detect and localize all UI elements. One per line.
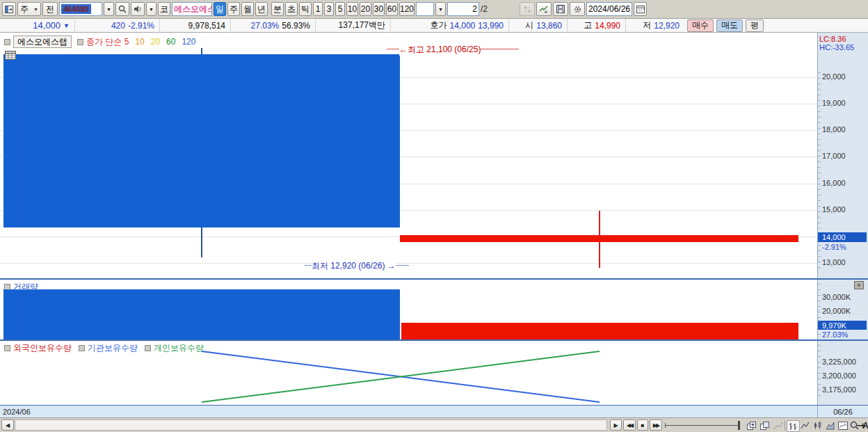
trendline-mode-button[interactable] xyxy=(772,420,784,431)
avg-button[interactable]: 평 xyxy=(746,19,764,32)
period-combo[interactable]: 주 ▼ xyxy=(17,2,41,16)
x-axis-left-label: 2024/06 xyxy=(3,408,31,416)
minute-20-button[interactable]: 20 xyxy=(360,2,371,16)
style-candle-button[interactable] xyxy=(812,420,823,431)
close-icon[interactable]: × xyxy=(854,281,864,289)
speed-slider-handle[interactable] xyxy=(738,421,740,430)
tab-monthly[interactable]: 월 xyxy=(241,2,254,16)
custom-period-combo[interactable] xyxy=(416,2,434,16)
chart-scrollbar[interactable] xyxy=(15,419,607,431)
calendar-button[interactable] xyxy=(634,2,647,16)
panel-link-icon[interactable] xyxy=(2,2,16,16)
y-label-17000: 17,000 xyxy=(822,152,846,160)
minute-30-button[interactable]: 30 xyxy=(373,2,385,16)
search-button[interactable] xyxy=(115,2,129,16)
page-input[interactable]: 2 xyxy=(447,2,479,16)
data-table-icon[interactable] xyxy=(5,51,16,60)
legend-box-icon[interactable] xyxy=(4,39,10,45)
save-button[interactable] xyxy=(553,2,568,16)
legend-foreign: 외국인보유수량 xyxy=(13,342,72,354)
minute-120-button[interactable]: 120 xyxy=(399,2,415,16)
speed-slider-track[interactable] xyxy=(665,425,739,426)
add-pane-button[interactable] xyxy=(746,420,757,431)
minute-60-button[interactable]: 60 xyxy=(386,2,398,16)
legend-box-icon[interactable] xyxy=(79,345,85,351)
sound-button[interactable] xyxy=(131,2,145,16)
style-area-button[interactable] xyxy=(824,420,836,431)
hold-label-3225000: 3,225,000 xyxy=(822,358,856,366)
high-annotation: ←최고 21,100 (06/25) xyxy=(399,44,481,56)
legend-box-icon[interactable] xyxy=(145,345,151,351)
stock-name-field: 에스오에스 xyxy=(172,2,212,16)
code-dropdown-button[interactable]: ▼ xyxy=(104,2,114,16)
volume-cell: 9,978,514 xyxy=(160,19,231,33)
merge-pane-button[interactable] xyxy=(759,420,771,431)
stop-icon: ■ xyxy=(641,422,645,429)
rewind-button[interactable]: ◀◀ xyxy=(623,419,636,431)
period-combo-value: 주 xyxy=(20,3,29,15)
tab-second[interactable]: 초 xyxy=(285,2,298,16)
play-button[interactable]: ▶ xyxy=(610,419,622,431)
buy-button[interactable]: 매수 xyxy=(687,19,714,32)
stock-code-input[interactable]: 464080 xyxy=(59,2,102,16)
ask-price: 14,000 xyxy=(450,21,476,31)
legend-ma10: 10 xyxy=(135,37,144,47)
tab-tick[interactable]: 틱 xyxy=(299,2,312,16)
chart-image-button[interactable] xyxy=(837,420,849,431)
stock-name: 에스오에스 xyxy=(174,3,212,15)
prev-stock-button[interactable]: 전 xyxy=(42,2,58,16)
legend-ma-label: 종가 단순 5 xyxy=(86,36,129,48)
fast-forward-button[interactable]: ▶▶ xyxy=(650,419,662,431)
vol-label-20000k: 20,000K xyxy=(822,307,851,315)
date-input[interactable]: 2024/06/26 xyxy=(586,2,632,16)
minute-10-button[interactable]: 10 xyxy=(346,2,358,16)
gear-icon xyxy=(573,5,582,14)
legend-individual: 개인보유수량 xyxy=(154,342,204,354)
x-axis-right-label: 06/26 xyxy=(833,408,853,416)
compare-arrows-icon xyxy=(523,6,532,13)
tab-daily[interactable]: 일 xyxy=(214,2,226,16)
speaker-icon xyxy=(134,5,142,13)
turnover-ratio: 56.93% xyxy=(282,21,310,31)
current-price-tag: 14,000 xyxy=(818,232,867,242)
tab-minute[interactable]: 분 xyxy=(271,2,284,16)
style-bar-button[interactable] xyxy=(787,420,800,432)
scroll-left-button[interactable]: ◀ xyxy=(1,419,14,431)
y-label-15000: 15,000 xyxy=(822,205,846,214)
bottom-toolbar: ◀ ▶ ◀◀ ■ ▶▶ xyxy=(0,417,868,432)
hoga-label: 호가 xyxy=(431,19,447,31)
chevron-down-icon: ▼ xyxy=(33,7,38,12)
font-size-button[interactable]: A xyxy=(862,420,868,431)
hoga-cell: 호가 14,000 13,990 xyxy=(391,19,509,33)
compare-button[interactable] xyxy=(520,2,535,16)
kor-code-button[interactable]: 코 xyxy=(158,2,170,16)
holdings-axis-ticks xyxy=(818,345,821,401)
tab-weekly[interactable]: 주 xyxy=(227,2,240,16)
legend-box-icon[interactable] xyxy=(4,345,10,351)
minute-1-button[interactable]: 1 xyxy=(313,2,323,16)
style-line-button[interactable] xyxy=(799,420,811,431)
stop-button[interactable]: ■ xyxy=(637,419,648,431)
y-label-19000: 19,000 xyxy=(822,99,846,107)
custom-period-dropdown[interactable]: ▼ xyxy=(435,2,446,16)
legend-stock-name[interactable]: 에스오에스랩 xyxy=(13,35,72,48)
chevron-down-icon: ▼ xyxy=(149,7,154,12)
sound-dropdown-button[interactable]: ▼ xyxy=(146,2,156,16)
settings-button[interactable] xyxy=(570,2,585,16)
minute-3-button[interactable]: 3 xyxy=(324,2,334,16)
current-price-cell: 14,000 ▼ xyxy=(0,19,75,33)
chevron-down-icon: ▼ xyxy=(438,7,443,12)
vol-label-30000k: 30,000K xyxy=(822,293,851,301)
minute-5-button[interactable]: 5 xyxy=(335,2,345,16)
low-annotation: 최저 12,920 (06/26) → xyxy=(312,260,396,272)
stock-code-value: 464080 xyxy=(61,4,91,14)
down-arrow-icon: ▼ xyxy=(63,22,70,29)
quote-info-bar: 14,000 ▼ 420 -2.91% 9,978,514 27.03% 56.… xyxy=(0,19,868,33)
trendline-add-button[interactable] xyxy=(536,2,552,16)
low-cell: 저 12,920 xyxy=(626,19,684,33)
low-price: 12,920 xyxy=(654,21,680,31)
legend-box-icon[interactable] xyxy=(77,39,83,45)
tab-yearly[interactable]: 년 xyxy=(255,2,268,16)
sell-button[interactable]: 매도 xyxy=(716,19,743,32)
y-label-20000: 20,000 xyxy=(822,72,846,81)
